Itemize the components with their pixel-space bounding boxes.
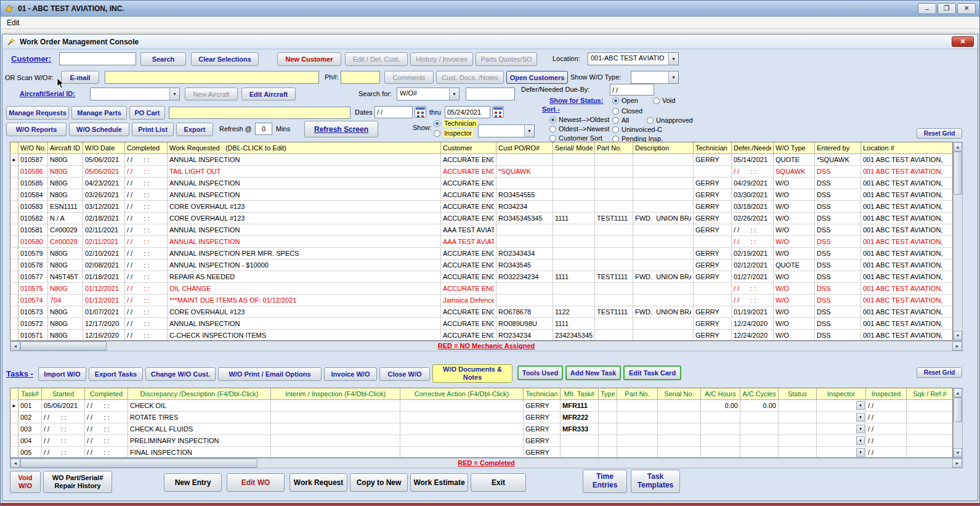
refresh-screen-button[interactable]: Refresh Screen bbox=[304, 121, 378, 137]
wo-grid-horizontal-scrollbar[interactable]: ◄ RED = NO Mechanic Assigned ► bbox=[10, 341, 963, 351]
column-header[interactable]: Part No. bbox=[617, 388, 658, 400]
column-header[interactable]: A/C Cycles bbox=[740, 388, 779, 400]
column-header[interactable]: W/O Date bbox=[83, 142, 125, 154]
wo-part-serial-repair-history-button[interactable]: WO Part/Serial# Repair History bbox=[43, 471, 112, 493]
date-to-input[interactable] bbox=[445, 106, 490, 118]
export-button[interactable]: Export bbox=[176, 123, 213, 136]
column-header[interactable]: Completed bbox=[125, 142, 168, 154]
table-row[interactable]: 010585N80G04/23/2021/ / : :ANNUAL INSPEC… bbox=[10, 178, 952, 189]
table-row[interactable]: 010573N80G01/07/2021/ / : :CORE OVERHAUL… bbox=[10, 306, 952, 318]
chevron-down-icon[interactable]: ▼ bbox=[668, 53, 678, 65]
table-row[interactable]: 010586N80G05/06/2021/ / : :TAIL LIGHT OU… bbox=[10, 166, 952, 178]
status-radio-void[interactable]: Void bbox=[653, 97, 675, 104]
scan-input[interactable] bbox=[169, 107, 350, 119]
wo-print-email-button[interactable]: W/O Print / Email Options bbox=[218, 367, 322, 381]
close-wo-button[interactable]: Close W/O bbox=[379, 367, 430, 381]
show-for-status-label[interactable]: Show for Status: bbox=[549, 97, 603, 104]
column-header[interactable]: Task# bbox=[18, 388, 42, 400]
history-invoices-button[interactable]: History / Invoices bbox=[410, 52, 473, 66]
search-button[interactable]: Search bbox=[140, 52, 186, 66]
console-close-button[interactable]: ✕ bbox=[952, 36, 974, 47]
sort-radio-newest[interactable]: Newest-->Oldest bbox=[549, 116, 609, 123]
scroll-left-icon[interactable]: ◄ bbox=[10, 341, 20, 351]
void-wo-button[interactable]: Void W/O bbox=[10, 471, 41, 493]
change-wo-cust-button[interactable]: Change W/O Cust. bbox=[145, 367, 216, 381]
cust-docs-notes-button[interactable]: Cust. Docs. /Notes bbox=[436, 71, 504, 84]
dropdown-arrow-icon[interactable]: ▼ bbox=[856, 413, 865, 422]
table-row[interactable]: 010579N80G02/10/2021/ / : :ANNUAL INSPEC… bbox=[10, 248, 952, 259]
new-customer-button[interactable]: New Customer bbox=[277, 52, 341, 66]
column-header[interactable]: A/C Hours bbox=[701, 388, 740, 400]
sort-label[interactable]: Sort - bbox=[542, 105, 560, 113]
table-row[interactable]: 010581C#0002902/11/2021/ / : :ANNUAL INS… bbox=[10, 224, 952, 236]
column-header[interactable]: Cust PO/RO# bbox=[496, 142, 553, 154]
scroll-thumb[interactable] bbox=[954, 398, 962, 422]
wo-reports-button[interactable]: W/O Reports bbox=[6, 123, 67, 136]
status-radio-unapproved[interactable]: Unapproved bbox=[647, 116, 693, 124]
wo-grid-vertical-scrollbar[interactable]: ▲ ▼ bbox=[953, 142, 963, 341]
reset-grid-top-button[interactable]: Reset Grid bbox=[917, 128, 962, 139]
exit-button[interactable]: Exit bbox=[471, 473, 526, 492]
table-row[interactable]: 010575N80G01/12/2021/ / : :OIL CHANGEACC… bbox=[10, 283, 952, 295]
edit-wo-button[interactable]: Edit WO bbox=[227, 473, 285, 492]
scroll-track[interactable]: RED = NO Mechanic Assigned bbox=[20, 341, 952, 351]
status-radio-all[interactable]: All bbox=[612, 116, 629, 124]
table-row[interactable]: 010577N45T45T01/18/2021/ / : :REPAIR AS … bbox=[10, 271, 952, 283]
email-input[interactable] bbox=[105, 71, 319, 84]
table-row[interactable]: ►00105/06/2021/ / : :CHECK OILGERRYMFR11… bbox=[10, 400, 952, 412]
task-templates-button[interactable]: Task Templates bbox=[631, 470, 680, 493]
column-header[interactable]: Part No. bbox=[595, 142, 633, 154]
chevron-down-icon[interactable]: ▼ bbox=[449, 88, 459, 100]
scroll-down-icon[interactable]: ▼ bbox=[954, 448, 962, 457]
column-header[interactable]: Interim / Inspection (F4/Dbl-Click) bbox=[271, 388, 400, 400]
column-header[interactable]: W/O Type bbox=[774, 142, 815, 154]
wo-schedule-button[interactable]: W/O Schedule bbox=[69, 123, 129, 136]
scroll-left-icon[interactable]: ◄ bbox=[10, 459, 20, 468]
scroll-thumb[interactable] bbox=[954, 152, 962, 195]
manage-requests-button[interactable]: Manage Requests bbox=[6, 106, 69, 120]
scroll-down-icon[interactable]: ▼ bbox=[954, 331, 962, 340]
table-row[interactable]: 010571N80G12/16/2020/ / : :C-CHECK INSPE… bbox=[10, 330, 952, 341]
chevron-down-icon[interactable]: ▼ bbox=[524, 125, 534, 137]
table-row[interactable]: 002/ / : :/ / : :ROTATE TIRESGERRYMFR222… bbox=[10, 412, 952, 423]
dropdown-arrow-icon[interactable]: ▼ bbox=[856, 448, 865, 457]
edit-task-card-button[interactable]: Edit Task Card bbox=[623, 365, 681, 380]
column-header[interactable]: Started bbox=[42, 388, 85, 400]
table-row[interactable]: 003/ / : :/ / : :CHECK ALL FLUIDSGERRYMF… bbox=[10, 423, 952, 435]
table-row[interactable]: 010582N / A02/18/2021/ / : :CORE OVERHAU… bbox=[10, 213, 952, 224]
show-radio-technician[interactable]: Technician bbox=[434, 120, 477, 127]
new-entry-button[interactable]: New Entry bbox=[164, 473, 222, 492]
column-header[interactable]: Completed bbox=[85, 388, 128, 400]
minimize-button[interactable]: – bbox=[918, 3, 936, 14]
column-header[interactable]: Type bbox=[599, 388, 617, 400]
dropdown-arrow-icon[interactable]: ▼ bbox=[856, 401, 865, 410]
tasks-grid-vertical-scrollbar[interactable]: ▲ ▼ bbox=[953, 388, 963, 458]
date-from-input[interactable] bbox=[375, 106, 413, 118]
chevron-down-icon[interactable]: ▼ bbox=[668, 71, 678, 83]
tasks-grid-horizontal-scrollbar[interactable]: ◄ RED = Completed ► bbox=[10, 458, 963, 468]
aircraft-serial-select[interactable]: ▼ bbox=[90, 88, 180, 100]
table-row[interactable]: 010572N80G12/17/2020/ / : :ANNUAL INSPEC… bbox=[10, 318, 952, 330]
import-wo-button[interactable]: Import W/O bbox=[38, 367, 86, 381]
add-new-task-button[interactable]: Add New Task bbox=[565, 365, 621, 380]
location-select[interactable]: 001-ABC TEST AVIATIO ▼ bbox=[588, 52, 679, 65]
table-row[interactable]: 01057470401/12/2021/ / : :***MAINT DUE I… bbox=[10, 295, 952, 306]
column-header[interactable]: Inspector bbox=[817, 388, 866, 400]
export-tasks-button[interactable]: Export Tasks bbox=[89, 367, 143, 381]
manage-parts-button[interactable]: Manage Parts bbox=[71, 106, 127, 120]
calendar-icon[interactable] bbox=[415, 106, 426, 118]
table-row[interactable]: 010578N80G02/08/2021/ / : :ANNUAL INSPEC… bbox=[10, 259, 952, 271]
column-header[interactable]: Description bbox=[633, 142, 694, 154]
dropdown-arrow-icon[interactable]: ▼ bbox=[856, 425, 865, 433]
customer-input[interactable] bbox=[59, 52, 136, 65]
aircraft-serial-label[interactable]: Aircraft/Serial ID: bbox=[20, 90, 75, 97]
column-header[interactable]: Inspected bbox=[866, 388, 907, 400]
po-cart-button[interactable]: PO Cart bbox=[129, 106, 165, 120]
close-button[interactable]: ✕ bbox=[957, 3, 976, 14]
customer-label[interactable]: Customer: bbox=[11, 54, 51, 63]
column-header[interactable]: Status bbox=[779, 388, 817, 400]
search-for-input[interactable] bbox=[466, 88, 515, 100]
column-header[interactable]: Serial/ Model# bbox=[553, 142, 595, 154]
table-row[interactable]: ►010587N80G05/06/2021/ / : :ANNUAL INSPE… bbox=[10, 154, 952, 166]
show-wo-type-select[interactable]: ▼ bbox=[631, 71, 679, 84]
